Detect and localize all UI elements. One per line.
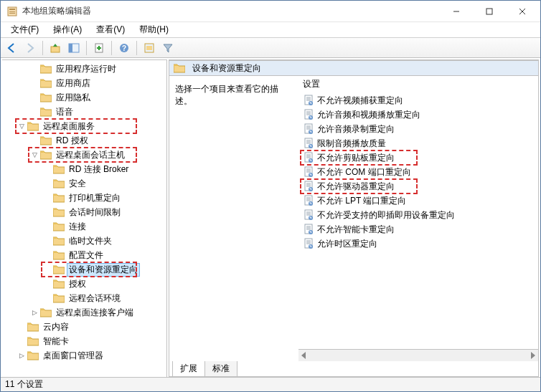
setting-item[interactable]: 不允许 LPT 端口重定向 (303, 193, 538, 208)
detail-title: 设备和资源重定向 (192, 62, 261, 75)
expander-placeholder (42, 164, 52, 174)
tree-item[interactable]: 安全 (2, 176, 166, 191)
settings-column-header[interactable]: 设置 (298, 76, 538, 92)
setting-label: 允许音频和视频播放重定向 (317, 109, 420, 121)
setting-item[interactable]: 允许音频录制重定向 (303, 122, 538, 136)
setting-item[interactable]: 不允许智能卡重定向 (303, 222, 538, 236)
tree-item-label: 远程桌面连接客户端 (55, 307, 135, 319)
tree-item[interactable]: ▷远程桌面连接客户端 (2, 305, 166, 320)
tree-item[interactable]: 配置文件 (2, 248, 166, 262)
folder-icon (40, 150, 52, 160)
policy-icon (303, 138, 314, 149)
svg-rect-31 (53, 280, 57, 282)
tree-item[interactable]: 应用程序运行时 (2, 62, 166, 76)
folder-icon (27, 350, 39, 360)
tree-item[interactable]: ▷桌面窗口管理器 (2, 348, 166, 363)
svg-rect-27 (53, 223, 57, 224)
folder-icon (53, 193, 65, 203)
filter-button[interactable] (160, 40, 176, 56)
maximize-button[interactable] (473, 1, 506, 21)
menu-view[interactable]: 查看(V) (89, 22, 132, 37)
tree-item[interactable]: 临时文件夹 (2, 234, 166, 248)
setting-item[interactable]: 允许时区重定向 (303, 236, 538, 251)
tree-item-label: 连接 (67, 221, 88, 233)
setting-item[interactable]: 不允许剪贴板重定向 (303, 150, 538, 165)
horizontal-scrollbar[interactable] (298, 349, 538, 361)
setting-label: 不允许受支持的即插即用设备重定向 (317, 209, 455, 221)
folder-icon (53, 236, 65, 246)
forward-button[interactable] (22, 40, 38, 56)
expander-placeholder (29, 92, 39, 102)
tree-pane[interactable]: 应用程序运行时应用商店应用隐私语音▽远程桌面服务RD 授权▽远程桌面会话主机RD… (2, 59, 167, 377)
close-button[interactable] (506, 1, 539, 21)
policy-icon (303, 152, 314, 163)
properties-button[interactable] (141, 40, 157, 56)
tree-item-label: 智能卡 (42, 335, 70, 348)
up-button[interactable] (47, 40, 63, 56)
svg-rect-34 (27, 323, 32, 325)
svg-rect-24 (53, 180, 57, 181)
svg-rect-32 (53, 295, 57, 296)
chevron-right-icon[interactable]: ▷ (17, 350, 27, 360)
setting-item[interactable]: 允许音频和视频播放重定向 (303, 107, 538, 122)
tree-item[interactable]: 应用隐私 (2, 90, 166, 105)
setting-label: 允许时区重定向 (317, 238, 377, 250)
setting-item[interactable]: 不允许驱动器重定向 (303, 179, 538, 193)
menu-action[interactable]: 操作(A) (46, 22, 89, 37)
help-button[interactable]: ? (116, 40, 132, 56)
tree-item[interactable]: 应用商店 (2, 76, 166, 90)
svg-rect-30 (53, 266, 57, 267)
menu-help[interactable]: 帮助(H) (132, 22, 176, 37)
back-button[interactable] (4, 40, 19, 56)
setting-item[interactable]: 限制音频播放质量 (303, 136, 538, 150)
tree-item[interactable]: 会话时间限制 (2, 205, 166, 219)
svg-rect-29 (53, 252, 57, 253)
chevron-down-icon[interactable]: ▽ (29, 150, 39, 160)
tree-item[interactable]: ▽远程桌面会话主机 (2, 148, 166, 162)
setting-label: 不允许视频捕获重定向 (317, 95, 403, 107)
tree-item-label: 配置文件 (67, 249, 105, 262)
svg-rect-21 (40, 137, 44, 138)
tree-item[interactable]: RD 授权 (2, 133, 166, 148)
menu-file[interactable]: 文件(F) (4, 22, 46, 37)
setting-item[interactable]: 不允许 COM 端口重定向 (303, 165, 538, 179)
tree-item-label: 语音 (55, 106, 75, 118)
svg-rect-16 (40, 65, 44, 67)
minimize-button[interactable] (440, 1, 473, 21)
svg-rect-22 (40, 151, 44, 153)
svg-rect-28 (53, 237, 57, 239)
tab-extended[interactable]: 扩展 (172, 361, 205, 377)
tab-standard[interactable]: 标准 (204, 361, 237, 377)
tree-item[interactable]: 语音 (2, 105, 166, 119)
folder-icon (53, 164, 65, 174)
tree-item[interactable]: 授权 (2, 277, 166, 291)
tree-item[interactable]: 连接 (2, 219, 166, 234)
policy-icon (303, 195, 314, 206)
statusbar: 11 个设置 (1, 377, 540, 391)
tree-item-label: 临时文件夹 (67, 235, 113, 247)
expander-placeholder (29, 78, 39, 88)
tree-item[interactable]: 打印机重定向 (2, 191, 166, 205)
tree-item[interactable]: 云内容 (2, 320, 166, 334)
tree-item[interactable]: ▽远程桌面服务 (2, 119, 166, 133)
tree-item[interactable]: RD 连接 Broker (2, 162, 166, 176)
chevron-down-icon[interactable]: ▽ (17, 121, 27, 131)
show-hide-tree-button[interactable] (66, 40, 82, 56)
titlebar[interactable]: 本地组策略编辑器 (1, 1, 540, 22)
folder-icon (53, 279, 65, 289)
svg-rect-26 (53, 209, 57, 210)
setting-item[interactable]: 不允许受支持的即插即用设备重定向 (303, 208, 538, 222)
tree-item[interactable]: 远程会话环境 (2, 291, 166, 305)
expander-placeholder (42, 236, 52, 246)
chevron-right-icon[interactable]: ▷ (29, 307, 39, 317)
setting-item[interactable]: 不允许视频捕获重定向 (303, 93, 538, 107)
tree-item[interactable]: 设备和资源重定向 (2, 262, 166, 277)
expander-placeholder (42, 221, 52, 231)
export-list-button[interactable] (91, 40, 107, 56)
folder-icon (40, 307, 52, 317)
policy-icon (303, 238, 314, 249)
tree-item[interactable]: 智能卡 (2, 334, 166, 348)
folder-icon (27, 121, 39, 131)
expander-placeholder (42, 250, 52, 260)
svg-text:?: ? (122, 44, 126, 52)
